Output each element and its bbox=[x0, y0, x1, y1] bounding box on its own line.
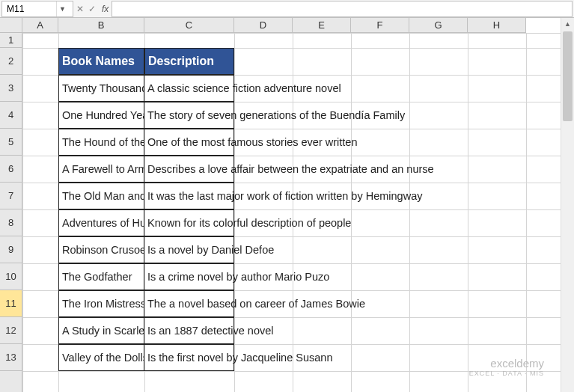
cell-c4[interactable]: The story of seven generations of the Bu… bbox=[144, 102, 234, 129]
cell-b3[interactable]: Twenty Thousand Leagues bbox=[58, 75, 144, 102]
cell-b8[interactable]: Adventures of Huck bbox=[58, 209, 144, 236]
cell-c6[interactable]: Describes a love affair between the expa… bbox=[144, 156, 234, 183]
header-description[interactable]: Description bbox=[144, 48, 234, 75]
sheet-area: ABCDEFGH 12345678910111213 Book NamesDes… bbox=[0, 18, 574, 392]
cell-c5[interactable]: One of the most famous stories ever writ… bbox=[144, 129, 234, 156]
name-box[interactable]: M11 ▼ bbox=[1, 1, 73, 17]
cell-b7[interactable]: The Old Man and bbox=[58, 183, 144, 209]
cell-b12[interactable]: A Study in Scarlet bbox=[58, 317, 144, 344]
header-book-names[interactable]: Book Names bbox=[58, 48, 144, 75]
cell-c11[interactable]: The a novel based on career of James Bow… bbox=[144, 290, 234, 317]
row-header-5[interactable]: 5 bbox=[0, 129, 22, 156]
column-header-G[interactable]: G bbox=[409, 18, 468, 32]
column-header-C[interactable]: C bbox=[144, 18, 234, 32]
cell-b11[interactable]: The Iron Mistress bbox=[58, 290, 144, 317]
cell-reference: M11 bbox=[7, 4, 56, 14]
row-header-2[interactable]: 2 bbox=[0, 48, 22, 75]
row-header-12[interactable]: 12 bbox=[0, 317, 22, 344]
formula-bar: M11 ▼ ✕ ✓ fx bbox=[0, 0, 574, 18]
cell-b9[interactable]: Robinson Crusoe bbox=[58, 236, 144, 263]
cell-c10[interactable]: Is a crime novel by author Mario Puzo bbox=[144, 263, 234, 290]
fx-icon[interactable]: fx bbox=[99, 4, 112, 14]
cell-c13[interactable]: Is the first novel by Jacqueline Susann bbox=[144, 344, 234, 371]
column-header-B[interactable]: B bbox=[58, 18, 144, 32]
scroll-thumb[interactable] bbox=[563, 31, 573, 121]
select-all-corner[interactable] bbox=[0, 18, 22, 33]
cell-c3[interactable]: A classic science fiction adventure nove… bbox=[144, 75, 234, 102]
column-headers: ABCDEFGH bbox=[22, 18, 526, 33]
vertical-scrollbar[interactable]: ▲ bbox=[561, 18, 574, 392]
enter-icon: ✓ bbox=[88, 4, 96, 14]
cell-b5[interactable]: The Hound of the bbox=[58, 129, 144, 156]
cell-b4[interactable]: One Hundred Years bbox=[58, 102, 144, 129]
row-header-9[interactable]: 9 bbox=[0, 236, 22, 263]
cell-b13[interactable]: Valley of the Dolls bbox=[58, 344, 144, 371]
row-header-8[interactable]: 8 bbox=[0, 209, 22, 236]
cell-c7[interactable]: It was the last major work of fiction wr… bbox=[144, 183, 234, 209]
column-header-E[interactable]: E bbox=[293, 18, 351, 32]
cells-grid[interactable]: Book NamesDescriptionTwenty Thousand Lea… bbox=[22, 33, 574, 392]
column-header-D[interactable]: D bbox=[234, 18, 293, 32]
row-header-3[interactable]: 3 bbox=[0, 75, 22, 102]
column-header-A[interactable]: A bbox=[22, 18, 58, 32]
cell-c8[interactable]: Known for its colorful description of pe… bbox=[144, 209, 234, 236]
row-header-11[interactable]: 11 bbox=[0, 290, 22, 317]
cell-c12[interactable]: Is an 1887 detective novel bbox=[144, 317, 234, 344]
formula-bar-buttons: ✕ ✓ bbox=[73, 4, 99, 14]
column-header-H[interactable]: H bbox=[468, 18, 526, 32]
cancel-icon: ✕ bbox=[76, 4, 84, 14]
cell-c9[interactable]: Is a novel by Daniel Defoe bbox=[144, 236, 234, 263]
column-header-F[interactable]: F bbox=[351, 18, 409, 32]
row-header-7[interactable]: 7 bbox=[0, 183, 22, 209]
formula-input[interactable] bbox=[112, 1, 573, 17]
row-headers: 12345678910111213 bbox=[0, 33, 22, 392]
cell-b6[interactable]: A Farewell to Arms bbox=[58, 156, 144, 183]
name-box-dropdown-icon[interactable]: ▼ bbox=[56, 1, 68, 16]
scroll-up-icon[interactable]: ▲ bbox=[561, 18, 574, 30]
row-header-13[interactable]: 13 bbox=[0, 344, 22, 371]
row-header-1[interactable]: 1 bbox=[0, 33, 22, 48]
row-header-4[interactable]: 4 bbox=[0, 102, 22, 129]
row-header-10[interactable]: 10 bbox=[0, 263, 22, 290]
cell-b10[interactable]: The Godfather bbox=[58, 263, 144, 290]
row-header-6[interactable]: 6 bbox=[0, 156, 22, 183]
